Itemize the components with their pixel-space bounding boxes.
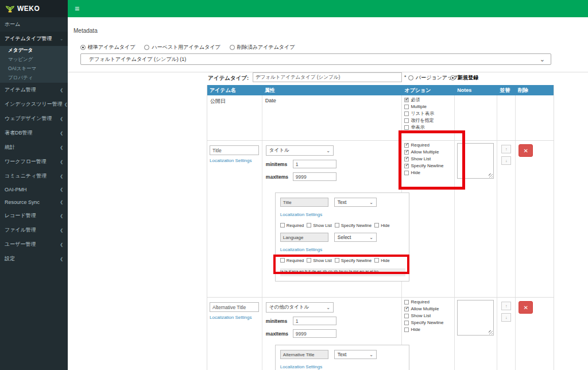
delete-row-button[interactable]: ✕ bbox=[519, 301, 533, 314]
option-hide[interactable]: 非表示 bbox=[404, 125, 434, 130]
sidebar-item-index-tree[interactable]: インデックスツリー管理 ❮ bbox=[0, 97, 68, 111]
weko-admin-screen: WEKO ≡ ホーム アイテムタイプ管理 ⌄ メタデータ マッピング OAIスキ… bbox=[0, 0, 588, 370]
sidebar-item-itemtype-management[interactable]: アイテムタイプ管理 ⌄ bbox=[0, 32, 68, 46]
option-show-list[interactable]: リスト表示 bbox=[404, 111, 434, 116]
sidebar-subitem-mapping[interactable]: マッピング bbox=[0, 55, 68, 64]
option-show-list[interactable]: Show List bbox=[404, 313, 443, 318]
move-up-button[interactable]: ↑ bbox=[501, 302, 511, 310]
sidebar-item-author-db[interactable]: 著者DB管理 ❮ bbox=[0, 126, 68, 140]
itemtype-select[interactable]: デフォルトアイテムタイプ (シンプル) (1) ⌄ bbox=[80, 53, 551, 65]
option-hide[interactable]: Hide bbox=[374, 258, 389, 263]
title-name-input[interactable] bbox=[210, 145, 259, 155]
sidebar-item-label: ユーザー管理 bbox=[5, 241, 36, 248]
localization-settings-link[interactable]: Localization Settings bbox=[280, 247, 404, 252]
main-content: Metadata 標準アイテムタイプ ハーベスト用アイテムタイプ 削除済みアイテ… bbox=[68, 17, 588, 370]
sidebar-item-web-design[interactable]: ウェブデザイン管理 ❮ bbox=[0, 111, 68, 126]
radio-new-registration[interactable]: 新規登録 bbox=[450, 74, 478, 82]
max-items-label: maxItems bbox=[266, 331, 293, 337]
sidebar-item-oai-pmh[interactable]: OAI-PMH ❮ bbox=[0, 183, 68, 196]
option-specify-newline[interactable]: Specify Newline bbox=[404, 163, 443, 168]
sidebar-item-community[interactable]: コミュニティ管理 ❮ bbox=[0, 169, 68, 183]
min-items-row: minItems bbox=[266, 317, 336, 325]
localization-settings-link[interactable]: Localization Settings bbox=[280, 364, 404, 369]
option-required[interactable]: Required bbox=[404, 299, 443, 305]
option-show-list[interactable]: Show List bbox=[307, 223, 332, 228]
option-specify-newline[interactable]: Specify Newline bbox=[335, 223, 372, 228]
sidebar-item-record-management[interactable]: レコード管理 ❮ bbox=[0, 209, 68, 223]
move-down-button[interactable]: ↓ bbox=[501, 313, 511, 322]
alt-title-attribute-select[interactable]: その他のタイトル ⌄ bbox=[266, 302, 334, 313]
option-required[interactable]: Required bbox=[280, 258, 304, 263]
option-allow-multiple[interactable]: Allow Multiple bbox=[404, 306, 443, 311]
option-required[interactable]: 必須 bbox=[404, 97, 434, 102]
option-label: Required bbox=[287, 223, 304, 228]
option-show-list[interactable]: Show List bbox=[307, 258, 332, 263]
alt-title-name-input[interactable] bbox=[210, 302, 259, 312]
option-hide[interactable]: Hide bbox=[404, 327, 443, 332]
cell-notes bbox=[455, 298, 497, 370]
option-allow-multiple[interactable]: Allow Multiple bbox=[404, 149, 443, 155]
notes-textarea[interactable] bbox=[457, 300, 494, 336]
sidebar-item-settings[interactable]: 設定 ❮ bbox=[0, 252, 68, 266]
sidebar-item-workflow[interactable]: ワークフロー管理 ❮ bbox=[0, 155, 68, 169]
itemtype-name-input[interactable] bbox=[253, 72, 402, 82]
radio-deleted-itemtype[interactable]: 削除済みアイテムタイプ bbox=[230, 44, 295, 51]
sidebar-item-file-management[interactable]: ファイル管理 ❮ bbox=[0, 223, 68, 237]
radio-label: 新規登録 bbox=[458, 74, 478, 82]
delete-row-button[interactable]: ✕ bbox=[519, 144, 533, 157]
option-hide[interactable]: Hide bbox=[404, 170, 443, 175]
radio-standard-itemtype[interactable]: 標準アイテムタイプ bbox=[80, 44, 135, 51]
max-items-row: maxItems bbox=[266, 329, 336, 338]
sidebar-item-item-management[interactable]: アイテム管理 ❮ bbox=[0, 83, 68, 97]
option-show-list[interactable]: Show List bbox=[404, 156, 443, 161]
min-items-input[interactable] bbox=[293, 160, 336, 168]
column-header-delete: 削除 bbox=[516, 85, 554, 95]
max-items-input[interactable] bbox=[293, 172, 336, 181]
option-multiple[interactable]: Multiple bbox=[404, 104, 434, 109]
subfield-type-select[interactable]: Text ⌄ bbox=[334, 350, 377, 359]
radio-harvest-itemtype[interactable]: ハーベスト用アイテムタイプ bbox=[144, 44, 220, 51]
localization-settings-link[interactable]: Localization Settings bbox=[280, 212, 404, 217]
notes-textarea[interactable] bbox=[457, 143, 494, 179]
chevron-left-icon: ❮ bbox=[60, 242, 63, 247]
move-up-button[interactable]: ↑ bbox=[501, 145, 511, 153]
sidebar-subitem-oai-schema[interactable]: OAIスキーマ bbox=[0, 64, 68, 74]
title-options: Required Allow Multiple Show List S bbox=[404, 142, 443, 177]
option-required[interactable]: Required bbox=[404, 142, 443, 148]
sidebar-item-resource-sync[interactable]: Resource Sync ❮ bbox=[0, 196, 68, 209]
checkbox-icon bbox=[404, 171, 409, 175]
title-subfields-panel: Title Text ⌄ Localization Settings Requi… bbox=[275, 192, 409, 282]
metadata-table: アイテム名 属性 オプション Notes 並替 削除 公開日 Date bbox=[207, 85, 554, 370]
table-row-alternative-title: Localization Settings その他のタイトル ⌄ minItem… bbox=[207, 298, 554, 370]
option-label: リスト表示 bbox=[411, 110, 434, 117]
sidebar-subitem-metadata[interactable]: メタデータ bbox=[0, 46, 68, 55]
min-items-input[interactable] bbox=[293, 317, 336, 325]
subfield-type-select[interactable]: Select ⌄ bbox=[334, 233, 377, 242]
cell-delete: ✕ bbox=[516, 141, 554, 297]
option-specify-newline[interactable]: Specify Newline bbox=[404, 320, 443, 325]
option-required[interactable]: Required bbox=[280, 223, 304, 228]
sidebar: ホーム アイテムタイプ管理 ⌄ メタデータ マッピング OAIスキーマ プロパテ… bbox=[0, 17, 68, 370]
sidebar-item-home[interactable]: ホーム bbox=[0, 17, 68, 32]
option-specify-newline[interactable]: Specify Newline bbox=[335, 258, 372, 263]
sidebar-item-statistics[interactable]: 統計 ❮ bbox=[0, 140, 68, 155]
select-value: Text bbox=[338, 352, 347, 357]
checkbox-icon bbox=[307, 223, 311, 228]
localization-settings-link[interactable]: Localization Settings bbox=[210, 158, 252, 163]
column-header-item-name: アイテム名 bbox=[207, 85, 262, 95]
table-row-pubdate: 公開日 Date 必須 Multiple bbox=[207, 95, 554, 141]
checkbox-icon bbox=[374, 223, 379, 228]
subfield-type-select[interactable]: Text ⌄ bbox=[334, 198, 377, 207]
option-specify-newline[interactable]: 改行を指定 bbox=[404, 118, 434, 123]
title-attribute-select[interactable]: タイトル ⌄ bbox=[266, 145, 334, 156]
sidebar-item-user-management[interactable]: ユーザー管理 ❮ bbox=[0, 237, 68, 252]
weko-brand[interactable]: WEKO bbox=[0, 0, 68, 17]
max-items-input[interactable] bbox=[293, 329, 336, 338]
move-down-button[interactable]: ↓ bbox=[501, 156, 511, 165]
option-hide[interactable]: Hide bbox=[374, 223, 389, 228]
localization-settings-link[interactable]: Localization Settings bbox=[210, 315, 252, 320]
sidebar-subitem-property[interactable]: プロパティ bbox=[0, 74, 68, 83]
cell-sort bbox=[497, 95, 516, 140]
top-navbar: WEKO ≡ bbox=[0, 0, 588, 17]
sidebar-toggle-button[interactable]: ≡ bbox=[75, 0, 79, 17]
